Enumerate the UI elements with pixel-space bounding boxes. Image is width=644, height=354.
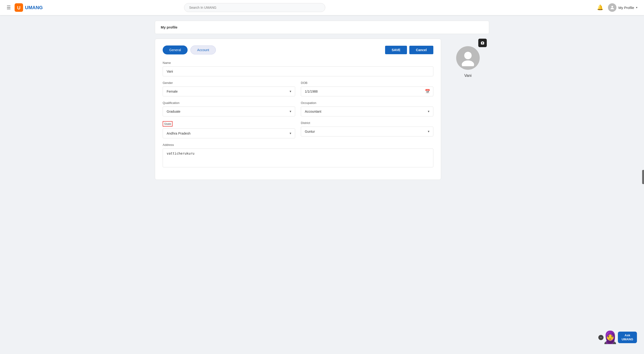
tab-buttons: General Account — [163, 46, 216, 54]
occupation-col: Occupation Accountant Engineer Doctor Te… — [301, 101, 433, 116]
district-select[interactable]: Guntur Visakhapatnam Vijayawada Tirupati — [301, 127, 433, 136]
dob-label: DOB — [301, 81, 433, 85]
page-content: My profile General Account SAVE Cancel N… — [146, 15, 498, 186]
tab-row: General Account SAVE Cancel — [163, 46, 433, 54]
camera-icon[interactable] — [478, 39, 487, 47]
ask-label: Ask — [625, 333, 630, 337]
state-district-row: State Andhra Pradesh Karnataka Tamil Nad… — [163, 121, 433, 138]
occupation-select-wrapper: Accountant Engineer Doctor Teacher Other… — [301, 107, 433, 116]
qualification-select-wrapper: Graduate Post Graduate Undergraduate Oth… — [163, 107, 295, 116]
district-col: District Guntur Visakhapatnam Vijayawada… — [301, 121, 433, 138]
action-buttons: SAVE Cancel — [385, 46, 433, 54]
district-label: District — [301, 121, 433, 125]
save-button[interactable]: SAVE — [385, 46, 407, 54]
name-field-group: Name — [163, 61, 433, 76]
qualification-select[interactable]: Graduate Post Graduate Undergraduate Oth… — [163, 107, 295, 116]
profile-user-name: Vani — [464, 74, 472, 78]
name-label: Name — [163, 61, 433, 65]
gender-col: Gender Female Male Other ▼ — [163, 81, 295, 96]
chevron-down-icon: ▾ — [636, 6, 638, 9]
address-label: Address — [163, 143, 433, 147]
logo-text: UMANG — [25, 5, 43, 10]
svg-text:U: U — [17, 5, 20, 10]
qualification-occupation-row: Qualification Graduate Post Graduate Und… — [163, 101, 433, 116]
address-input[interactable]: vatticherukuru — [163, 148, 433, 167]
ask-umang-button[interactable]: − 🧕 Ask UMANG — [598, 330, 637, 344]
umang-label: UMANG — [622, 337, 633, 341]
state-label: State — [163, 121, 172, 127]
profile-form-card: General Account SAVE Cancel Name Gender — [155, 39, 441, 180]
minimize-icon[interactable]: − — [598, 335, 604, 340]
occupation-select[interactable]: Accountant Engineer Doctor Teacher Other — [301, 107, 433, 116]
tab-account[interactable]: Account — [190, 46, 216, 54]
name-input[interactable] — [163, 66, 433, 76]
occupation-label: Occupation — [301, 101, 433, 105]
user-profile-menu[interactable]: My Profile ▾ — [608, 3, 638, 12]
logo-icon: U — [14, 3, 23, 12]
state-select[interactable]: Andhra Pradesh Karnataka Tamil Nadu Maha… — [163, 128, 295, 138]
gender-select-wrapper: Female Male Other ▼ — [163, 86, 295, 96]
svg-point-2 — [612, 6, 613, 8]
gender-select[interactable]: Female Male Other — [163, 86, 295, 96]
avatar — [608, 3, 616, 12]
scroll-indicator — [642, 170, 644, 184]
profile-sidebar: Vani — [447, 39, 489, 78]
cancel-button[interactable]: Cancel — [409, 46, 433, 54]
qualification-label: Qualification — [163, 101, 295, 105]
search-bar — [184, 3, 325, 12]
menu-icon[interactable]: ☰ — [6, 5, 11, 10]
dob-wrapper: 📅 — [301, 86, 433, 96]
app-header: ☰ U UMANG 🔔 My Profile ▾ — [0, 0, 644, 15]
gender-dob-row: Gender Female Male Other ▼ DOB 📅 — [163, 81, 433, 96]
tab-general[interactable]: General — [163, 46, 188, 54]
header-right: 🔔 My Profile ▾ — [597, 3, 638, 12]
qualification-col: Qualification Graduate Post Graduate Und… — [163, 101, 295, 116]
page-title: My profile — [161, 25, 178, 29]
calendar-icon[interactable]: 📅 — [425, 89, 430, 94]
breadcrumb-card: My profile — [155, 21, 489, 34]
user-name-label: My Profile — [618, 6, 634, 10]
state-select-wrapper: Andhra Pradesh Karnataka Tamil Nadu Maha… — [163, 128, 295, 138]
district-select-wrapper: Guntur Visakhapatnam Vijayawada Tirupati… — [301, 127, 433, 136]
dob-col: DOB 📅 — [301, 81, 433, 96]
state-col: State Andhra Pradesh Karnataka Tamil Nad… — [163, 121, 295, 138]
dob-input[interactable] — [301, 86, 433, 96]
search-input[interactable] — [184, 3, 325, 12]
svg-point-3 — [464, 52, 472, 59]
profile-avatar — [456, 46, 480, 70]
gender-label: Gender — [163, 81, 295, 85]
address-field-group: Address vatticherukuru — [163, 143, 433, 168]
svg-point-4 — [462, 61, 474, 66]
main-layout: General Account SAVE Cancel Name Gender — [155, 39, 489, 180]
ask-umang-bubble[interactable]: Ask UMANG — [618, 332, 637, 343]
app-logo: U UMANG — [14, 3, 43, 12]
bell-icon[interactable]: 🔔 — [597, 5, 603, 11]
